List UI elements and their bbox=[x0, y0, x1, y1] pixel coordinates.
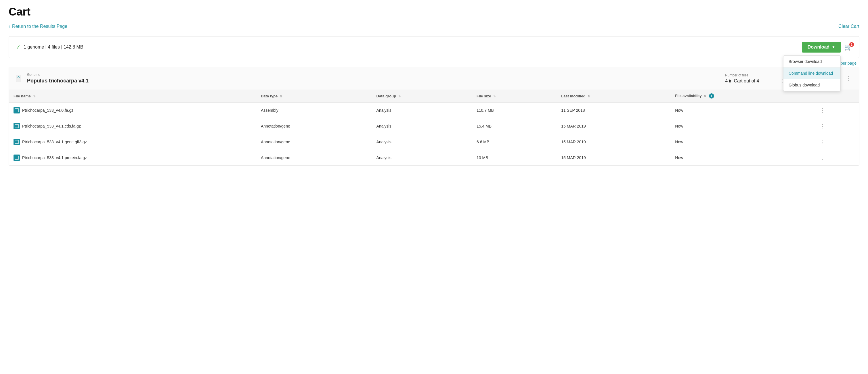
col-filesize: File size ⇅ bbox=[472, 90, 557, 102]
row-more-button-3[interactable]: ⋮ bbox=[820, 155, 825, 161]
availability-info-icon[interactable]: i bbox=[709, 93, 714, 99]
file-icon-3 bbox=[13, 155, 20, 161]
datatype-sort-icon[interactable]: ⇅ bbox=[280, 95, 282, 98]
cell-datatype-0: Assembly bbox=[256, 102, 372, 118]
globus-download-label: Globus download bbox=[788, 83, 820, 87]
datagroup-sort-icon[interactable]: ⇅ bbox=[398, 95, 401, 98]
files-table: File name ⇅ Data type ⇅ Data group ⇅ Fil… bbox=[9, 90, 859, 166]
cart-button[interactable]: 🛒 1 bbox=[844, 43, 852, 51]
cell-rowaction-3: ⋮ bbox=[815, 150, 859, 166]
filename-value-0: Ptrichocarpa_533_v4.0.fa.gz bbox=[22, 108, 73, 112]
cell-filesize-2: 6.6 MB bbox=[472, 134, 557, 150]
cell-filename-3: Ptrichocarpa_533_v4.1.protein.fa.gz bbox=[9, 150, 256, 166]
table-row: Ptrichocarpa_533_v4.1.gene.gff3.gz Annot… bbox=[9, 134, 859, 150]
col-filename: File name ⇅ bbox=[9, 90, 256, 102]
table-row: Ptrichocarpa_533_v4.0.fa.gz Assembly Ana… bbox=[9, 102, 859, 118]
cell-datagroup-1: Analysis bbox=[372, 118, 472, 134]
command-line-download-option[interactable]: Command line download bbox=[783, 68, 840, 79]
browser-download-label: Browser download bbox=[788, 59, 822, 64]
cell-datagroup-2: Analysis bbox=[372, 134, 472, 150]
row-more-button-2[interactable]: ⋮ bbox=[820, 139, 825, 145]
cell-filename-2: Ptrichocarpa_533_v4.1.gene.gff3.gz bbox=[9, 134, 256, 150]
cell-rowaction-2: ⋮ bbox=[815, 134, 859, 150]
col-lastmodified: Last modified ⇅ bbox=[557, 90, 671, 102]
table-row: Ptrichocarpa_533_v4.1.cds.fa.gz Annotati… bbox=[9, 118, 859, 134]
summary-info: 1 genome | 4 files | 142.8 MB bbox=[24, 44, 84, 50]
lastmodified-sort-icon[interactable]: ⇅ bbox=[588, 95, 590, 98]
clear-cart-link[interactable]: Clear Cart bbox=[838, 24, 859, 29]
cell-lastmodified-0: 11 SEP 2018 bbox=[557, 102, 671, 118]
dropdown-caret-icon: ▼ bbox=[832, 45, 835, 49]
summary-bar: ✓ 1 genome | 4 files | 142.8 MB Download… bbox=[9, 36, 859, 58]
col-filesize-label: File size bbox=[476, 94, 491, 98]
cell-datagroup-0: Analysis bbox=[372, 102, 472, 118]
genome-section: ⌃ Genome Populus trichocarpa v4.1 Number… bbox=[9, 67, 859, 166]
num-files-block: Number of files 4 in Cart out of 4 bbox=[725, 73, 759, 83]
download-label: Download bbox=[808, 44, 830, 50]
col-availability-label: File availability bbox=[675, 94, 702, 98]
cell-availability-2: Now bbox=[671, 134, 815, 150]
cell-filename-0: Ptrichocarpa_533_v4.0.fa.gz bbox=[9, 102, 256, 118]
filename-value-1: Ptrichocarpa_533_v4.1.cds.fa.gz bbox=[22, 124, 81, 128]
genome-info: Genome Populus trichocarpa v4.1 bbox=[27, 73, 725, 84]
filename-value-2: Ptrichocarpa_533_v4.1.gene.gff3.gz bbox=[22, 140, 87, 144]
row-more-button-0[interactable]: ⋮ bbox=[820, 107, 825, 113]
col-lastmodified-label: Last modified bbox=[561, 94, 586, 98]
table-header: File name ⇅ Data type ⇅ Data group ⇅ Fil… bbox=[9, 90, 859, 102]
col-datatype: Data type ⇅ bbox=[256, 90, 372, 102]
cell-rowaction-1: ⋮ bbox=[815, 118, 859, 134]
availability-sort-icon[interactable]: ⇅ bbox=[704, 95, 706, 98]
cell-datatype-2: Annotation/gene bbox=[256, 134, 372, 150]
table-body: Ptrichocarpa_533_v4.0.fa.gz Assembly Ana… bbox=[9, 102, 859, 166]
check-icon: ✓ bbox=[16, 44, 21, 50]
col-actions bbox=[815, 90, 859, 102]
col-availability: File availability ⇅ i bbox=[671, 90, 815, 102]
command-line-download-label: Command line download bbox=[788, 71, 833, 75]
num-files-label: Number of files bbox=[725, 73, 759, 77]
cell-availability-3: Now bbox=[671, 150, 815, 166]
genome-label: Genome bbox=[27, 73, 725, 77]
genome-more-button[interactable]: ⋮ bbox=[846, 75, 852, 82]
cell-filename-1: Ptrichocarpa_533_v4.1.cds.fa.gz bbox=[9, 118, 256, 134]
cell-datatype-3: Annotation/gene bbox=[256, 150, 372, 166]
num-files-value: 4 in Cart out of 4 bbox=[725, 78, 759, 83]
cell-availability-0: Now bbox=[671, 102, 815, 118]
cell-filesize-3: 10 MB bbox=[472, 150, 557, 166]
chevron-left-icon: ‹ bbox=[9, 23, 10, 29]
filename-sort-icon[interactable]: ⇅ bbox=[33, 95, 35, 98]
file-icon-1 bbox=[13, 123, 20, 129]
page-container: Cart ‹ Return to the Results Page Clear … bbox=[0, 0, 868, 374]
globus-download-option[interactable]: Globus download bbox=[783, 79, 840, 91]
download-dropdown: Browser download Command line download G… bbox=[783, 56, 841, 91]
browser-download-option[interactable]: Browser download bbox=[783, 56, 840, 68]
file-icon-2 bbox=[13, 139, 20, 145]
cell-lastmodified-2: 15 MAR 2019 bbox=[557, 134, 671, 150]
col-datatype-label: Data type bbox=[261, 94, 278, 98]
cell-datagroup-3: Analysis bbox=[372, 150, 472, 166]
clear-cart-label: Clear Cart bbox=[838, 24, 859, 29]
cart-badge: 1 bbox=[849, 42, 854, 47]
cell-rowaction-0: ⋮ bbox=[815, 102, 859, 118]
file-icon-0 bbox=[13, 107, 20, 113]
page-title: Cart bbox=[9, 6, 859, 18]
row-more-button-1[interactable]: ⋮ bbox=[820, 123, 825, 129]
return-link-label: Return to the Results Page bbox=[12, 24, 67, 29]
datasets-per-page[interactable]: Datasets per page bbox=[9, 61, 859, 66]
top-nav: ‹ Return to the Results Page Clear Cart bbox=[9, 23, 859, 29]
cell-datatype-1: Annotation/gene bbox=[256, 118, 372, 134]
return-link[interactable]: ‹ Return to the Results Page bbox=[9, 23, 67, 29]
download-button[interactable]: Download ▼ bbox=[802, 42, 841, 53]
summary-text: ✓ 1 genome | 4 files | 142.8 MB bbox=[16, 44, 84, 50]
cell-filesize-0: 110.7 MB bbox=[472, 102, 557, 118]
genome-name: Populus trichocarpa v4.1 bbox=[27, 78, 725, 84]
collapse-button[interactable]: ⌃ bbox=[16, 75, 21, 82]
summary-actions: Download ▼ 🛒 1 Browser download Command … bbox=[802, 42, 852, 53]
filesize-sort-icon[interactable]: ⇅ bbox=[493, 95, 496, 98]
genome-header: ⌃ Genome Populus trichocarpa v4.1 Number… bbox=[9, 67, 859, 90]
filename-value-3: Ptrichocarpa_533_v4.1.protein.fa.gz bbox=[22, 156, 87, 160]
col-filename-label: File name bbox=[13, 94, 31, 98]
cell-availability-1: Now bbox=[671, 118, 815, 134]
cell-lastmodified-1: 15 MAR 2019 bbox=[557, 118, 671, 134]
col-datagroup: Data group ⇅ bbox=[372, 90, 472, 102]
col-datagroup-label: Data group bbox=[376, 94, 396, 98]
